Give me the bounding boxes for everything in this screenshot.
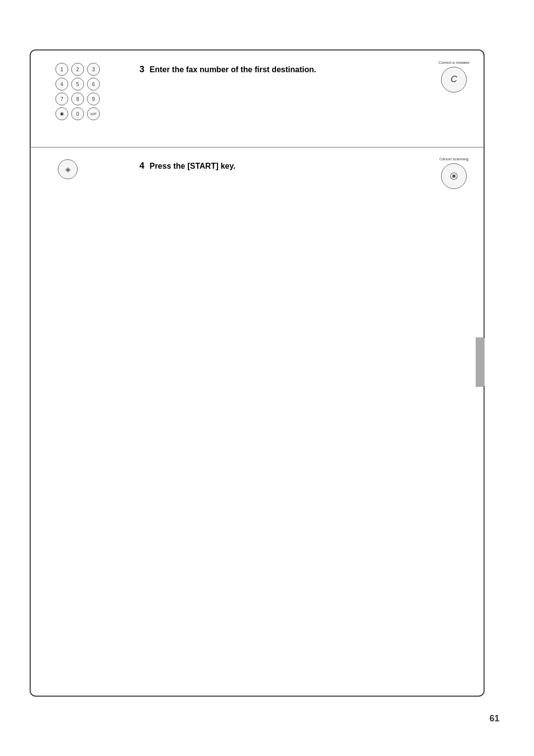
keypad: 1 2 3 4 5 6 7 8 9 ✱ 0 #/P [55,63,100,122]
svg-rect-1 [452,175,455,178]
step3-number: 3 [139,64,144,74]
step3-section: 1 2 3 4 5 6 7 8 9 ✱ 0 #/P [31,50,484,147]
keypad-row-2: 4 5 6 [55,78,100,91]
keypad-btn-1[interactable]: 1 [55,63,68,76]
cancel-scanning-box: Cancel scanning [434,157,474,189]
step4-text-area: 4 Press the [START] key. [139,161,404,171]
step3-description: Enter the fax number of the first destin… [149,65,316,74]
c-button-text: C [451,74,457,85]
side-tab [476,337,485,387]
keypad-btn-0[interactable]: 0 [71,107,84,120]
keypad-btn-8[interactable]: 8 [71,93,84,105]
keypad-btn-star[interactable]: ✱ [55,107,68,120]
step3-text-area: 3 Enter the fax number of the first dest… [139,64,404,75]
start-key-button[interactable]: ◈ [58,159,78,179]
keypad-btn-6[interactable]: 6 [87,78,100,91]
stop-icon [449,172,458,181]
step4-number: 4 [139,161,144,171]
keypad-btn-7[interactable]: 7 [55,93,68,105]
keypad-row-1: 1 2 3 [55,63,100,76]
keypad-btn-hash[interactable]: #/P [87,107,100,120]
start-key-icon: ◈ [65,165,71,173]
c-button[interactable]: C [441,67,467,93]
keypad-btn-4[interactable]: 4 [55,78,68,91]
keypad-btn-9[interactable]: 9 [87,93,100,105]
keypad-btn-3[interactable]: 3 [87,63,100,76]
page-container: 1 2 3 4 5 6 7 8 9 ✱ 0 #/P [0,0,534,756]
correct-mistake-box: Correct a mistake C [434,60,474,93]
cancel-scanning-label: Cancel scanning [439,157,468,162]
stop-button[interactable] [441,163,467,189]
keypad-btn-5[interactable]: 5 [71,78,84,91]
keypad-row-3: 7 8 9 [55,93,100,105]
main-box: 1 2 3 4 5 6 7 8 9 ✱ 0 #/P [30,49,485,697]
step4-description: Press the [START] key. [149,162,235,170]
keypad-btn-2[interactable]: 2 [71,63,84,76]
correct-mistake-label: Correct a mistake [439,60,470,65]
keypad-row-4: ✱ 0 #/P [55,107,100,120]
page-number: 61 [490,713,499,724]
step4-section: ◈ 4 Press the [START] key. Cancel scanni… [31,147,484,236]
